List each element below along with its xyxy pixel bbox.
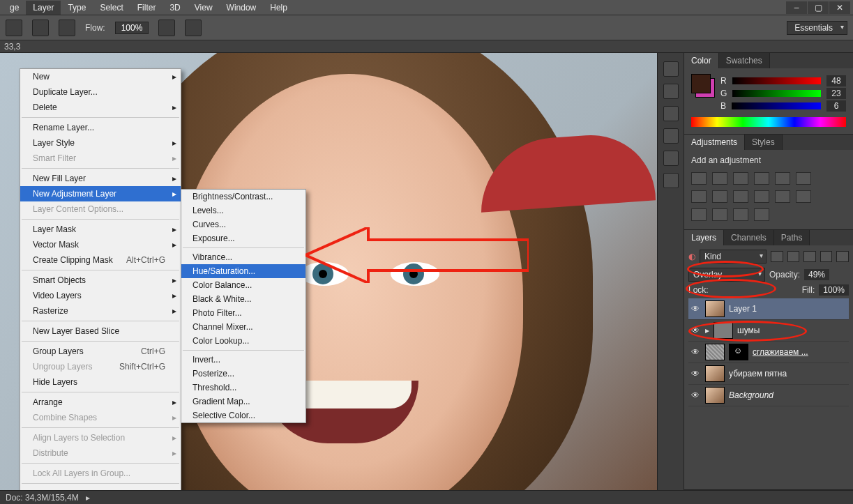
adj-selectivecolor-icon[interactable]: [754, 208, 769, 221]
submenu-item[interactable]: Color Lookup...: [181, 334, 305, 348]
canvas-area[interactable]: NewDuplicate Layer...DeleteRename Layer.…: [0, 53, 684, 490]
menu-3d[interactable]: 3D: [163, 1, 187, 15]
blend-mode-select[interactable]: Overlay: [688, 268, 765, 282]
group-disclosure-icon[interactable]: ▸: [705, 326, 709, 335]
submenu-item[interactable]: Exposure...: [181, 231, 305, 245]
tab-layers[interactable]: Layers: [684, 230, 724, 245]
brush-panel-icon[interactable]: [59, 20, 75, 36]
tab-swatches[interactable]: Swatches: [719, 53, 770, 68]
filter-kind-select[interactable]: Kind: [700, 250, 767, 264]
menu-item[interactable]: Rasterize: [20, 303, 181, 319]
layer-row[interactable]: 👁сглаживаем ...: [688, 342, 849, 363]
layer-name[interactable]: Layer 1: [729, 304, 847, 314]
menu-view[interactable]: View: [188, 1, 220, 15]
history-icon[interactable]: [663, 61, 679, 77]
menu-item[interactable]: Group LayersCtrl+G: [20, 344, 181, 359]
submenu-item[interactable]: Channel Mixer...: [181, 320, 305, 334]
submenu-item[interactable]: Brightness/Contrast...: [181, 190, 305, 204]
adj-colorlookup-icon[interactable]: [775, 190, 790, 203]
adj-exposure-icon[interactable]: [754, 172, 769, 185]
tab-adjustments[interactable]: Adjustments: [684, 135, 745, 150]
tab-color[interactable]: Color: [684, 53, 719, 68]
maximize-button[interactable]: ▢: [808, 1, 829, 14]
submenu-item[interactable]: Invert...: [181, 353, 305, 367]
menu-type[interactable]: Type: [61, 1, 93, 15]
filter-kind-icon[interactable]: ◐: [688, 252, 695, 261]
foreground-swatch[interactable]: [691, 74, 711, 93]
menu-window[interactable]: Window: [220, 1, 264, 15]
layer-thumbnail[interactable]: [705, 365, 725, 382]
layer-name[interactable]: убираем пятна: [729, 369, 847, 379]
opacity-value[interactable]: 49%: [804, 269, 829, 280]
adj-threshold-icon[interactable]: [712, 208, 727, 221]
menu-item[interactable]: Video Layers: [20, 288, 181, 303]
submenu-item[interactable]: Levels...: [181, 204, 305, 217]
filter-pixel-icon[interactable]: [771, 251, 783, 262]
visibility-toggle-icon[interactable]: 👁: [690, 369, 701, 379]
filter-adjust-icon[interactable]: [787, 251, 800, 262]
menu-item[interactable]: Arrange: [20, 395, 181, 410]
menu-item[interactable]: New: [20, 69, 181, 84]
submenu-item[interactable]: Color Balance...: [181, 278, 305, 292]
tool-preset-icon[interactable]: [6, 20, 22, 36]
color-ramp[interactable]: [691, 117, 846, 127]
submenu-item[interactable]: Threshold...: [181, 381, 305, 395]
visibility-toggle-icon[interactable]: 👁: [690, 304, 701, 314]
adj-vibrance-icon[interactable]: [775, 172, 790, 185]
menu-item[interactable]: Rename Layer...: [20, 120, 181, 135]
b-slider[interactable]: [732, 102, 821, 109]
flow-value[interactable]: 100%: [115, 22, 149, 34]
airbrush-icon[interactable]: [158, 20, 175, 36]
r-slider[interactable]: [732, 77, 821, 84]
menu-layer[interactable]: Layer: [26, 1, 61, 15]
submenu-item[interactable]: Vibrance...: [181, 250, 305, 264]
menu-item[interactable]: New Layer Based Slice: [20, 323, 181, 339]
menu-select[interactable]: Select: [93, 1, 130, 15]
r-value[interactable]: 48: [826, 75, 846, 86]
actions-icon[interactable]: [663, 84, 679, 99]
visibility-toggle-icon[interactable]: 👁: [690, 347, 701, 357]
filter-type-icon[interactable]: [803, 251, 816, 262]
layer-mask-thumbnail[interactable]: [729, 344, 748, 360]
layer-name[interactable]: сглаживаем ...: [753, 347, 847, 357]
layer-thumbnail[interactable]: [705, 344, 725, 360]
menu-help[interactable]: Help: [263, 1, 294, 15]
visibility-toggle-icon[interactable]: 👁: [690, 326, 701, 335]
layer-row[interactable]: 👁▸шумы: [688, 320, 849, 342]
adj-channelmixer-icon[interactable]: [754, 190, 769, 203]
g-slider[interactable]: [732, 90, 821, 97]
layer-row[interactable]: 👁Layer 1: [688, 298, 849, 320]
menu-filter[interactable]: Filter: [130, 1, 163, 15]
menu-item[interactable]: New Adjustment Layer: [20, 186, 181, 201]
submenu-item[interactable]: Posterize...: [181, 367, 305, 381]
menu-image[interactable]: ge: [3, 1, 26, 15]
submenu-item[interactable]: Gradient Map...: [181, 395, 305, 408]
paragraph-icon[interactable]: [663, 151, 679, 166]
close-button[interactable]: ✕: [829, 1, 850, 14]
layer-row[interactable]: 👁убираем пятна: [688, 363, 849, 385]
layer-thumbnail[interactable]: [705, 300, 725, 317]
adj-brightness-icon[interactable]: [691, 172, 707, 185]
submenu-item[interactable]: Hue/Saturation...: [181, 264, 305, 278]
submenu-item[interactable]: Black & White...: [181, 292, 305, 306]
menu-item[interactable]: Layer Style: [20, 135, 181, 151]
adj-levels-icon[interactable]: [712, 172, 727, 185]
layer-thumbnail[interactable]: [705, 387, 725, 404]
filter-shape-icon[interactable]: [820, 251, 833, 262]
adj-gradientmap-icon[interactable]: [733, 208, 748, 221]
workspace-switcher[interactable]: Essentials: [787, 21, 847, 35]
adj-hue-icon[interactable]: [796, 172, 811, 185]
tab-styles[interactable]: Styles: [745, 135, 783, 150]
adj-bw-icon[interactable]: [712, 190, 727, 203]
fill-value[interactable]: 100%: [819, 284, 849, 296]
menu-item[interactable]: Vector Mask: [20, 237, 181, 252]
b-value[interactable]: 6: [826, 100, 846, 112]
submenu-item[interactable]: Selective Color...: [181, 408, 305, 422]
tablet-pressure-icon[interactable]: [185, 20, 202, 36]
menu-item[interactable]: New Fill Layer: [20, 171, 181, 186]
layer-name[interactable]: шумы: [737, 326, 847, 335]
status-flyout-icon[interactable]: ▸: [86, 493, 90, 503]
filter-smart-icon[interactable]: [836, 251, 849, 262]
layer-name[interactable]: Background: [729, 390, 847, 400]
layer-row[interactable]: 👁Background: [688, 385, 849, 406]
